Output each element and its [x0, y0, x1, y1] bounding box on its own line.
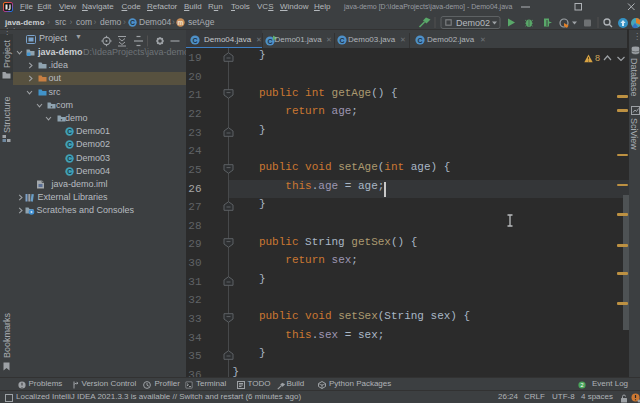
- svg-text:C: C: [417, 37, 422, 44]
- svg-text:2: 2: [580, 382, 583, 388]
- svg-text:C: C: [267, 38, 272, 45]
- svg-text:C: C: [339, 37, 344, 44]
- svg-text:C: C: [67, 128, 72, 135]
- svg-text:Demo02: Demo02: [456, 18, 490, 28]
- svg-text:C: C: [67, 168, 72, 175]
- svg-text:m: m: [178, 19, 184, 26]
- svg-text:C: C: [192, 37, 197, 44]
- svg-text:C: C: [67, 155, 72, 162]
- svg-text:C: C: [67, 141, 72, 148]
- svg-text:C: C: [129, 19, 134, 26]
